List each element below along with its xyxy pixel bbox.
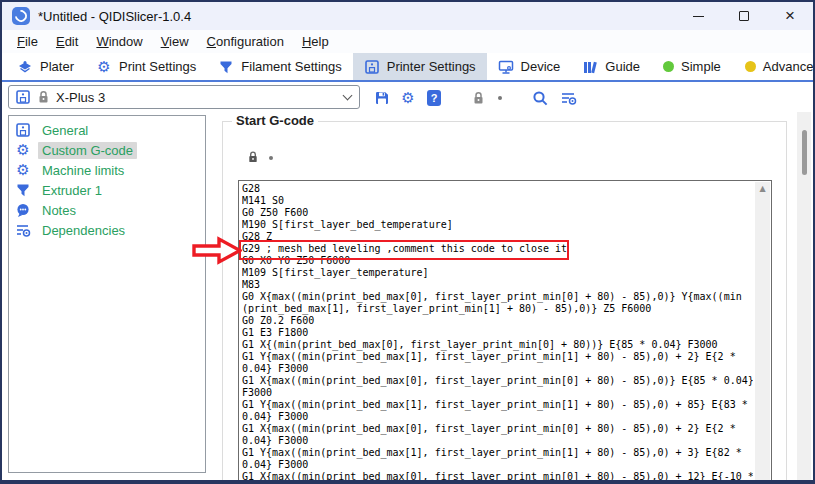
- option-state-row: [247, 150, 273, 165]
- menu-view[interactable]: View: [152, 31, 198, 52]
- question-book-icon: ?: [427, 90, 441, 106]
- search-button[interactable]: [530, 88, 550, 108]
- minimize-icon: [693, 16, 704, 17]
- page-scrollbar[interactable]: [797, 112, 811, 484]
- sidebar-item-machine-limits[interactable]: ⚙ Machine limits: [9, 160, 205, 180]
- annotation-highlight-box: [239, 240, 569, 260]
- gear-icon: ⚙: [15, 142, 31, 158]
- sidebar-item-notes[interactable]: Notes: [9, 200, 205, 220]
- tab-label: Guide: [605, 59, 640, 74]
- tab-printer-settings[interactable]: Printer Settings: [353, 53, 487, 80]
- sidebar-item-extruder-1[interactable]: Extruder 1: [9, 180, 205, 200]
- page-scrollbar-thumb[interactable]: [802, 130, 807, 175]
- tab-plater[interactable]: Plater: [6, 53, 85, 80]
- revert-dot-button[interactable]: [490, 88, 510, 108]
- gcode-scrollbar[interactable]: ▲: [755, 182, 770, 484]
- tabbar: Plater ⚙ Print Settings Filament Setting…: [2, 53, 813, 82]
- gcode-line: M109 S[first_layer_temperature]: [242, 267, 753, 279]
- dot-icon: [498, 96, 502, 100]
- menu-window[interactable]: Window: [87, 31, 151, 52]
- tab-device[interactable]: Device: [487, 53, 572, 80]
- gcode-line: G1 X{max((min(print_bed_max[0], first_la…: [242, 423, 753, 435]
- menu-help[interactable]: Help: [293, 31, 338, 52]
- gcode-line: G0 Z0.2 F600: [242, 315, 753, 327]
- window-controls: ×: [675, 2, 813, 30]
- mode-selector: Simple Advanced Expert: [651, 53, 815, 80]
- sidebar-item-label: Machine limits: [38, 162, 128, 179]
- menubar: File Edit Window View Configuration Help: [2, 30, 813, 53]
- lock-toggle-button[interactable]: [468, 88, 488, 108]
- menu-file[interactable]: File: [8, 31, 47, 52]
- gcode-line: G1 Y{max((min(print_bed_max[1], first_la…: [242, 351, 753, 363]
- gcode-text: G28M141 S0G0 Z50 F600M190 S[first_layer_…: [242, 183, 753, 484]
- mode-advanced[interactable]: Advanced: [733, 53, 815, 80]
- tab-label: Plater: [40, 59, 74, 74]
- gear-icon: ⚙: [15, 162, 31, 178]
- gear-icon: ⚙: [96, 59, 112, 75]
- tab-filament-settings[interactable]: Filament Settings: [207, 53, 352, 80]
- maximize-icon: [739, 11, 749, 21]
- gcode-line: G1 X{(min(print_bed_max[0], first_layer_…: [242, 339, 753, 351]
- maximize-button[interactable]: [721, 2, 767, 30]
- plater-icon: [17, 59, 33, 75]
- dependencies-icon: [15, 222, 31, 238]
- gcode-line: G1 Y{max((min(print_bed_max[1], first_la…: [242, 447, 753, 459]
- sidebar-item-label: Dependencies: [38, 222, 129, 239]
- annotation-arrow-icon: [192, 236, 242, 265]
- gcode-line: G1 X{max((min(print_bed_max[0], first_la…: [242, 375, 753, 387]
- sidebar-item-label: Custom G-code: [38, 142, 137, 159]
- gcode-line: G1 X{max((min(print_bed_max[0], first_la…: [242, 471, 753, 483]
- settings-page-list: General ⚙ Custom G-code ⚙ Machine limits…: [8, 115, 206, 473]
- revert-dot-button[interactable]: [269, 156, 273, 160]
- sidebar-item-label: Notes: [38, 202, 80, 219]
- mode-label: Advanced: [763, 59, 815, 74]
- device-icon: [498, 59, 514, 75]
- sidebar-item-general[interactable]: General: [9, 120, 205, 140]
- tab-print-settings[interactable]: ⚙ Print Settings: [85, 53, 207, 80]
- minimize-button[interactable]: [675, 2, 721, 30]
- tab-label: Filament Settings: [241, 59, 341, 74]
- funnel-icon: [15, 182, 31, 198]
- sidebar-item-custom-gcode[interactable]: ⚙ Custom G-code: [9, 140, 205, 160]
- close-button[interactable]: ×: [767, 2, 813, 30]
- gear-icon: ⚙: [400, 90, 416, 106]
- gcode-line: 0.04} F3000: [242, 459, 753, 471]
- filament-icon: [218, 59, 234, 75]
- tab-guide[interactable]: Guide: [571, 53, 651, 80]
- mode-simple[interactable]: Simple: [651, 53, 733, 80]
- preset-name: X-Plus 3: [56, 90, 105, 105]
- compare-presets-button[interactable]: [558, 88, 578, 108]
- menu-configuration[interactable]: Configuration: [198, 31, 293, 52]
- scroll-up-icon: ▲: [755, 182, 770, 196]
- preset-toolbar: X-Plus 3 ⚙ ?: [2, 84, 813, 111]
- printer-icon: [364, 59, 380, 75]
- simple-mode-dot-icon: [663, 61, 674, 72]
- gcode-line: F3000: [242, 387, 753, 399]
- guide-icon: [582, 59, 598, 75]
- gcode-line: 0.04} F3000: [242, 411, 753, 423]
- gcode-line: M190 S[first_layer_bed_temperature]: [242, 219, 753, 231]
- gcode-line: 0.04} F3000: [242, 363, 753, 375]
- gcode-line: G28: [242, 183, 753, 195]
- help-button[interactable]: ?: [424, 88, 444, 108]
- preferences-button[interactable]: ⚙: [398, 88, 418, 108]
- printer-preset-combobox[interactable]: X-Plus 3: [8, 85, 360, 109]
- tab-label: Printer Settings: [387, 59, 476, 74]
- tab-label: Print Settings: [119, 59, 196, 74]
- sidebar-item-dependencies[interactable]: Dependencies: [9, 220, 205, 240]
- search-icon: [532, 90, 549, 107]
- mode-label: Simple: [681, 59, 721, 74]
- gcode-line: G1 E3 F1800: [242, 327, 753, 339]
- menu-edit[interactable]: Edit: [47, 31, 87, 52]
- gcode-line: M83: [242, 279, 753, 291]
- lock-toggle-button[interactable]: [247, 150, 259, 165]
- group-title: Start G-code: [232, 113, 318, 128]
- gcode-line: G0 Z50 F600: [242, 207, 753, 219]
- start-gcode-textarea[interactable]: G28M141 S0G0 Z50 F600M190 S[first_layer_…: [238, 180, 772, 484]
- gcode-line: (print_bed_max[1], first_layer_print_min…: [242, 303, 753, 315]
- printer-icon: [15, 122, 31, 138]
- save-preset-button[interactable]: [372, 88, 392, 108]
- sidebar-item-label: Extruder 1: [38, 182, 106, 199]
- gcode-line: G0 X{max((min(print_bed_max[0], first_la…: [242, 291, 753, 303]
- main-area: General ⚙ Custom G-code ⚙ Machine limits…: [2, 112, 813, 484]
